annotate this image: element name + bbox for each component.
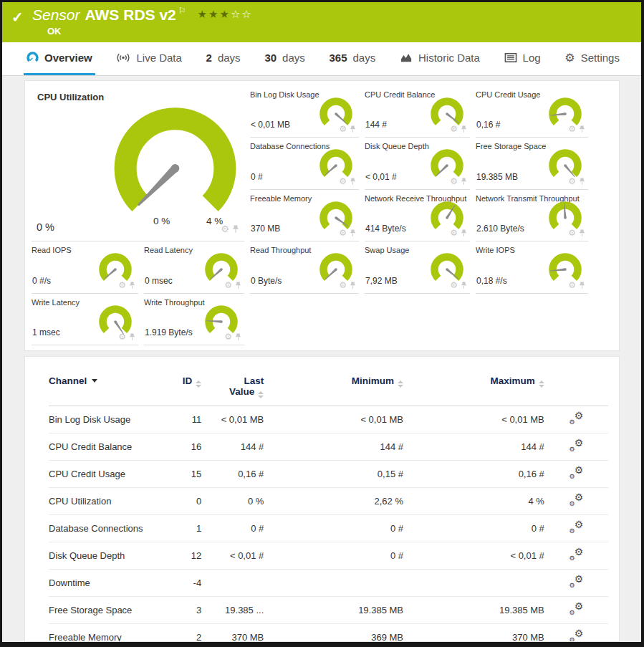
table-row-cpu-utilization[interactable]: CPU Utilization 0 0 % 2,62 % 4 % ⚙⚙ [49, 487, 608, 514]
channel-id: 1 [154, 514, 202, 542]
gauge-settings-icon[interactable]: ⚙ [568, 281, 576, 289]
channel-settings-icon[interactable]: ⚙⚙ [569, 522, 583, 534]
table-row-bin-log-disk-usage[interactable]: Bin Log Disk Usage 11 < 0,01 MB < 0,01 M… [49, 406, 608, 433]
table-row-downtime[interactable]: Downtime -4 ⚙⚙ [49, 569, 608, 596]
channel-name[interactable]: Free Storage Space [49, 596, 154, 623]
tab-30-days[interactable]: 30days [261, 42, 307, 75]
tab-log[interactable]: Log [501, 42, 544, 75]
star-icon[interactable]: ☆ [241, 8, 252, 20]
pin-icon[interactable] [461, 178, 467, 186]
pin-icon[interactable] [461, 125, 467, 133]
gauge-panel-freeable-memory: Freeable Memory 370 MB ⚙ [250, 190, 359, 241]
gauge-settings-icon[interactable]: ⚙ [568, 229, 576, 237]
channel-settings-icon[interactable]: ⚙⚙ [569, 576, 583, 588]
tab-2-days[interactable]: 2days [203, 42, 244, 75]
gauge-settings-icon[interactable]: ⚙ [339, 229, 347, 237]
channel-name[interactable]: Disk Queue Depth [49, 542, 154, 569]
pin-icon[interactable] [232, 225, 239, 234]
pin-icon[interactable] [579, 178, 585, 186]
gauge-panel-network-transmit-throughput: Network Transmit Throughput 2.610 Byte/s… [476, 190, 588, 241]
gauge-panel-read-latency: Read Latency 0 msec ⚙ [144, 241, 244, 293]
pin-icon[interactable] [350, 178, 356, 186]
pin-icon[interactable] [350, 282, 356, 289]
table-row-cpu-credit-balance[interactable]: CPU Credit Balance 16 144 # 144 # 144 # … [49, 433, 608, 460]
star-icon[interactable]: ★ [208, 8, 219, 20]
tab-365-days[interactable]: 365days [327, 42, 379, 75]
star-icon[interactable]: ★ [219, 8, 230, 20]
channel-settings-icon[interactable]: ⚙⚙ [569, 631, 583, 642]
channel-name[interactable]: Freeable Memory [49, 623, 154, 642]
gauge-settings-icon[interactable]: ⚙ [568, 125, 576, 133]
gauge-settings-icon[interactable]: ⚙ [221, 224, 229, 234]
gauge-value: 0 msec [145, 276, 173, 286]
pin-icon[interactable] [235, 333, 241, 341]
gauge-settings-icon[interactable]: ⚙ [224, 281, 232, 289]
gauge-settings-icon[interactable]: ⚙ [118, 332, 126, 341]
gauge-panel-bin-log-disk-usage: Bin Log Disk Usage < 0,01 MB ⚙ [250, 86, 359, 138]
channel-name[interactable]: CPU Credit Usage [49, 460, 154, 487]
gauge-settings-icon[interactable]: ⚙ [450, 125, 458, 133]
gauge-panel-cpu-credit-balance: CPU Credit Balance 144 # ⚙ [365, 86, 470, 138]
channel-name[interactable]: Bin Log Disk Usage [49, 406, 154, 433]
pin-icon[interactable] [579, 282, 585, 289]
table-row-free-storage-space[interactable]: Free Storage Space 3 19.385 ... 19.385 M… [49, 596, 608, 623]
column-header-maximum[interactable]: Maximum [403, 373, 544, 406]
gauge-settings-icon[interactable]: ⚙ [118, 281, 126, 289]
table-row-freeable-memory[interactable]: Freeable Memory 2 370 MB 369 MB 370 MB ⚙… [49, 623, 608, 642]
channel-settings-icon[interactable]: ⚙⚙ [569, 603, 583, 615]
table-row-disk-queue-depth[interactable]: Disk Queue Depth 12 < 0,01 # 0 # < 0,01 … [49, 542, 608, 569]
star-icon[interactable]: ★ [198, 8, 208, 20]
pin-icon[interactable] [461, 229, 467, 237]
channel-minimum: 369 MB [264, 623, 403, 642]
gauge-panel-free-storage-space: Free Storage Space 19.385 MB ⚙ [476, 138, 588, 189]
pin-icon[interactable] [579, 229, 585, 237]
gauge-settings-icon[interactable]: ⚙ [339, 281, 347, 289]
pin-icon[interactable] [235, 282, 241, 289]
column-header-id[interactable]: ID [154, 373, 202, 406]
channel-last-value: 0 % [201, 487, 264, 514]
gauge-settings-icon[interactable]: ⚙ [450, 281, 458, 289]
table-row-database-connections[interactable]: Database Connections 1 0 # 0 # 0 # ⚙⚙ [49, 514, 608, 542]
sensor-header: ✓ SensorAWS RDS v2⚐★★★☆☆ OK [2, 2, 641, 42]
channel-settings-icon[interactable]: ⚙⚙ [569, 413, 583, 425]
channel-name[interactable]: Database Connections [49, 514, 154, 542]
channel-last-value [201, 569, 264, 596]
priority-stars[interactable]: ★★★☆☆ [198, 8, 253, 20]
column-header-last-value[interactable]: Last Value [201, 373, 264, 406]
column-header-channel[interactable]: Channel [49, 373, 154, 406]
channel-settings-icon[interactable]: ⚙⚙ [569, 440, 583, 452]
gauge-settings-icon[interactable]: ⚙ [224, 332, 232, 341]
tab-settings[interactable]: ⚙Settings [562, 42, 623, 75]
pin-icon[interactable] [350, 125, 356, 133]
tab-overview[interactable]: Overview [24, 42, 95, 75]
gauge-settings-icon[interactable]: ⚙ [450, 229, 458, 237]
pin-icon[interactable] [461, 282, 467, 289]
channel-maximum: 144 # [403, 433, 544, 460]
column-label: Channel [49, 375, 87, 386]
gauge-settings-icon[interactable]: ⚙ [339, 177, 347, 186]
gauge-settings-icon[interactable]: ⚙ [450, 177, 458, 186]
flag-icon[interactable]: ⚐ [178, 6, 186, 16]
channel-name[interactable]: Downtime [49, 569, 154, 596]
star-icon[interactable]: ☆ [231, 8, 241, 20]
column-header-minimum[interactable]: Minimum [264, 373, 403, 406]
channel-settings-icon[interactable]: ⚙⚙ [569, 494, 583, 507]
pin-icon[interactable] [129, 282, 135, 289]
pin-icon[interactable] [350, 229, 356, 237]
gauge-settings-icon[interactable]: ⚙ [339, 125, 347, 133]
gauge [203, 251, 239, 284]
channel-name[interactable]: CPU Utilization [49, 487, 154, 514]
tab-live-data[interactable]: Live Data [113, 42, 184, 75]
channel-id: -4 [154, 569, 202, 596]
channel-settings-icon[interactable]: ⚙⚙ [569, 549, 583, 561]
pin-icon[interactable] [129, 333, 135, 341]
channel-settings-icon[interactable]: ⚙⚙ [569, 467, 583, 479]
gauge-panel-database-connections: Database Connections 0 # ⚙ [250, 138, 359, 189]
channel-minimum [264, 569, 403, 596]
tab-historic-data[interactable]: Historic Data [397, 42, 483, 75]
pin-icon[interactable] [579, 125, 585, 133]
channel-maximum: < 0,01 # [403, 542, 544, 569]
channel-name[interactable]: CPU Credit Balance [49, 433, 154, 460]
table-row-cpu-credit-usage[interactable]: CPU Credit Usage 15 0,16 # 0,15 # 0,16 #… [49, 460, 608, 487]
gauge-settings-icon[interactable]: ⚙ [568, 177, 576, 186]
